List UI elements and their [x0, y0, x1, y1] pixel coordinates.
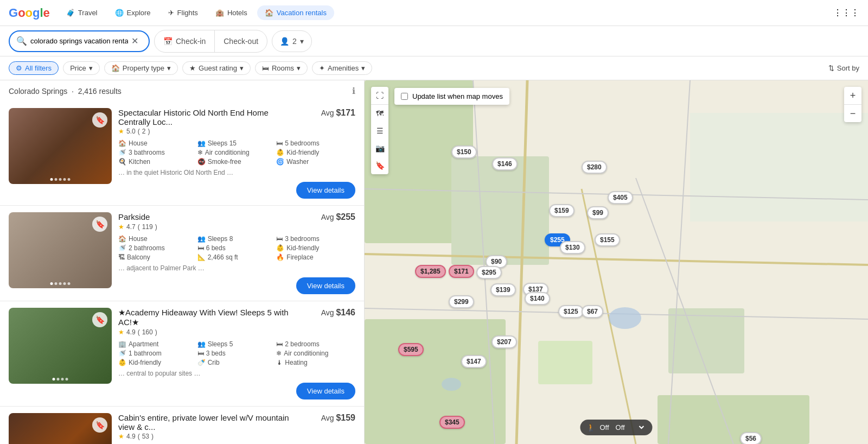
bed-icon: 🛏: [276, 139, 283, 147]
map-layers-button[interactable]: ☰: [371, 122, 388, 139]
nav-item-hotels[interactable]: 🏨 Hotels: [208, 5, 255, 20]
price-pin[interactable]: $1,285: [415, 265, 446, 278]
price-filter-button[interactable]: Price ▾: [63, 61, 100, 75]
zoom-in-button[interactable]: +: [844, 87, 861, 104]
filter-bar: ⚙ All filters Price ▾ 🏠 Property type ▾ …: [0, 56, 868, 80]
price-pin[interactable]: $146: [492, 157, 518, 170]
search-input[interactable]: [30, 37, 128, 45]
listing-price: Avg $171: [321, 108, 355, 118]
listing-card[interactable]: 🔖 ★Academy Hideaway With View! Sleeps 5 …: [0, 301, 364, 407]
smoke-icon: 🚭: [197, 158, 206, 166]
sort-button[interactable]: ⇅ Sort by: [828, 64, 859, 72]
price-pin[interactable]: $130: [560, 241, 585, 254]
price-pin[interactable]: $299: [449, 295, 474, 308]
save-button[interactable]: 🔖: [92, 112, 107, 128]
person-icon: 👤: [280, 37, 289, 46]
price-pin[interactable]: $207: [492, 335, 517, 348]
price-pin[interactable]: $150: [451, 145, 477, 158]
price-pin[interactable]: $155: [595, 233, 620, 246]
listing-price: Avg $159: [321, 413, 355, 423]
listing-card[interactable]: 🔖 Spectacular Historic Old North End Hom…: [0, 102, 364, 206]
price-pin[interactable]: $67: [582, 305, 603, 318]
price-pin[interactable]: $56: [740, 432, 762, 444]
all-filters-button[interactable]: ⚙ All filters: [9, 61, 59, 75]
ac-icon: ❄: [276, 350, 282, 357]
amenities-filter-button[interactable]: ✦ Amenities ▾: [312, 61, 372, 75]
nav-label: Hotels: [227, 9, 247, 17]
nav-item-travel[interactable]: 🧳 Travel: [59, 5, 105, 20]
listing-title: Parkside: [118, 212, 150, 221]
zoom-controls: + −: [844, 87, 861, 122]
price-pin[interactable]: $139: [490, 283, 516, 296]
price-pin[interactable]: $595: [398, 343, 424, 356]
chevron-down-icon: ▾: [297, 64, 301, 72]
update-list-checkbox[interactable]: Update list when map moves: [394, 88, 509, 105]
checkin-input[interactable]: 📅 Check-in: [155, 30, 215, 52]
nav-item-flights[interactable]: ✈ Flights: [161, 5, 206, 20]
save-button[interactable]: 🔖: [92, 217, 107, 232]
price-pin[interactable]: $280: [582, 161, 607, 174]
svg-point-16: [609, 307, 641, 329]
price-pin[interactable]: $99: [587, 206, 609, 219]
view-details-button[interactable]: View details: [296, 383, 355, 399]
listing-card[interactable]: 🔖 Parkside Avg $255 ★ 4.7 (119): [0, 206, 364, 301]
listing-title-row: Parkside Avg $255: [118, 212, 355, 222]
checkin-label: Check-in: [176, 37, 206, 46]
save-button[interactable]: 🔖: [92, 417, 107, 433]
hotels-icon: 🏨: [215, 9, 224, 17]
price-pin[interactable]: $405: [608, 191, 633, 204]
map-bottom-bar: 🚶 Off Off Terrain: [580, 420, 652, 435]
sleeps-icon: 👥: [197, 235, 206, 243]
nav-item-vacation-rentals[interactable]: 🏠 Vacation rentals: [257, 5, 334, 20]
map-type-button[interactable]: 🗺: [371, 105, 388, 122]
view-details-button[interactable]: View details: [296, 277, 355, 294]
svg-rect-5: [668, 308, 744, 373]
bath-icon: 🚿: [118, 149, 126, 156]
listing-title-row: Cabin's entire, private lower level w/V …: [118, 413, 355, 432]
home-icon: 🏠: [111, 64, 120, 72]
listing-price: Avg $146: [321, 308, 355, 318]
price-pin[interactable]: $147: [461, 355, 487, 368]
info-icon[interactable]: ℹ: [352, 86, 355, 96]
calendar-icon: 📅: [163, 37, 173, 46]
price-pin[interactable]: $159: [549, 204, 575, 217]
terrain-select[interactable]: Off Terrain: [614, 423, 646, 432]
price-pin[interactable]: $140: [525, 292, 550, 305]
update-checkbox-input[interactable]: [401, 93, 408, 100]
nav-items: 🧳 Travel 🌐 Explore ✈ Flights 🏨 Hotels 🏠 …: [59, 5, 334, 20]
apps-grid-icon[interactable]: ⋮⋮⋮: [833, 8, 859, 18]
zoom-out-button[interactable]: −: [844, 105, 861, 122]
price-pin[interactable]: $345: [439, 416, 465, 429]
nav-item-explore[interactable]: 🌐 Explore: [107, 5, 158, 20]
svg-rect-2: [451, 156, 549, 265]
view-details-button[interactable]: View details: [296, 182, 355, 199]
price-pin[interactable]: $171: [449, 265, 474, 278]
property-type-filter-button[interactable]: 🏠 Property type ▾: [104, 61, 178, 75]
listing-image: 🔖: [9, 108, 112, 184]
listing-card[interactable]: 🔖 Cabin's entire, private lower level w/…: [0, 407, 364, 444]
explore-icon: 🌐: [115, 9, 124, 17]
map-panel[interactable]: Update list when map moves ⛶ 🗺 ☰ 📷 🔖 + −…: [365, 80, 868, 444]
map-controls: ⛶ 🗺 ☰ 📷 🔖: [371, 87, 388, 174]
guest-rating-filter-button[interactable]: ★ Guest rating ▾: [182, 61, 251, 75]
search-input-wrap[interactable]: 🔍 ✕: [9, 30, 150, 52]
price-pin[interactable]: $125: [558, 305, 584, 318]
listing-attributes: 🏠House 👥Sleeps 8 🛏3 bedrooms 🚿2 bathroom…: [118, 235, 355, 261]
listing-image: 🔖: [9, 212, 112, 288]
save-button[interactable]: 🔖: [92, 312, 107, 327]
listing-attributes: 🏠House 👥Sleeps 15 🛏5 bedrooms 🚿3 bathroo…: [118, 139, 355, 166]
map-bookmark-button[interactable]: 🔖: [371, 157, 388, 174]
fullscreen-button[interactable]: ⛶: [371, 87, 388, 104]
flights-icon: ✈: [168, 9, 174, 17]
map-camera-button[interactable]: 📷: [371, 139, 388, 157]
fireplace-icon: 🔥: [276, 253, 284, 261]
checkout-input[interactable]: Check-out: [215, 30, 267, 52]
rooms-filter-button[interactable]: 🛏 Rooms ▾: [255, 61, 308, 75]
listing-info: Spectacular Historic Old North End Home …: [118, 108, 355, 199]
listing-title: ★Academy Hideaway With View! Sleeps 5 wi…: [118, 308, 303, 327]
guests-button[interactable]: 👤 2 ▾: [272, 30, 312, 52]
clear-search-button[interactable]: ✕: [131, 36, 138, 46]
price-pin[interactable]: $295: [476, 266, 502, 279]
star-icon: ★: [118, 433, 124, 440]
listing-price: Avg $255: [321, 212, 355, 222]
